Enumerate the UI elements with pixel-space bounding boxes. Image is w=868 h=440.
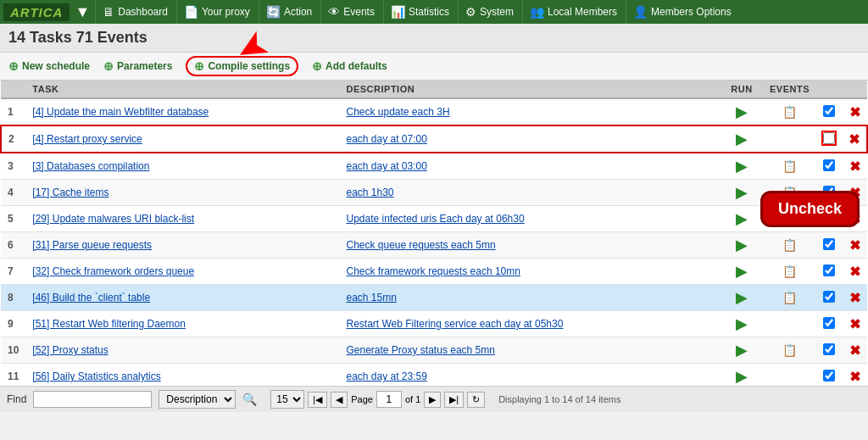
row-task[interactable]: [4] Restart proxy service: [25, 125, 339, 153]
row-checkbox[interactable]: [823, 212, 835, 224]
log-icon[interactable]: 📋: [782, 238, 797, 252]
nav-local-members[interactable]: 👥 Local Members: [522, 0, 624, 24]
prev-page-button[interactable]: ◀: [331, 392, 348, 408]
row-task[interactable]: [29] Update malwares URI black-list: [25, 206, 339, 232]
run-button[interactable]: ▶: [736, 237, 748, 253]
row-description[interactable]: Check queue requests each 5mn: [339, 232, 721, 259]
row-checkbox-cell[interactable]: [816, 364, 842, 387]
run-button[interactable]: ▶: [736, 184, 748, 201]
row-checkbox[interactable]: [823, 132, 835, 144]
row-delete-cell[interactable]: ✖: [842, 311, 867, 337]
next-page-button[interactable]: ▶: [424, 392, 441, 408]
row-run[interactable]: ▶: [721, 153, 763, 180]
delete-icon[interactable]: ✖: [849, 317, 860, 331]
row-checkbox[interactable]: [823, 370, 835, 382]
delete-icon[interactable]: ✖: [849, 159, 860, 174]
row-delete-cell[interactable]: ✖: [842, 364, 867, 387]
compile-settings-button[interactable]: ⊕ Compile settings: [186, 56, 298, 76]
row-checkbox-cell[interactable]: [816, 259, 842, 285]
row-delete-cell[interactable]: ✖: [842, 285, 867, 311]
row-task[interactable]: [31] Parse queue requests: [25, 232, 339, 259]
row-events[interactable]: 📋: [763, 153, 816, 180]
delete-icon[interactable]: ✖: [849, 291, 860, 305]
row-events[interactable]: 📋: [763, 180, 816, 206]
nav-your-proxy[interactable]: 📄 Your proxy: [176, 0, 257, 24]
row-events[interactable]: 📋: [763, 259, 816, 285]
row-description[interactable]: Check update each 3H: [339, 98, 721, 125]
row-run[interactable]: ▶: [721, 206, 763, 232]
row-run[interactable]: ▶: [721, 259, 763, 285]
nav-members-options[interactable]: 👤 Members Options: [626, 0, 738, 24]
filter-select[interactable]: Description Task: [159, 390, 236, 409]
row-run[interactable]: ▶: [721, 311, 763, 337]
nav-events[interactable]: 👁 Events: [320, 0, 381, 24]
log-icon[interactable]: 📋: [782, 291, 797, 304]
row-checkbox-cell[interactable]: [816, 232, 842, 259]
row-run[interactable]: ▶: [721, 285, 763, 311]
log-icon[interactable]: 📋: [782, 265, 797, 278]
log-icon[interactable]: 📋: [782, 105, 797, 119]
row-checkbox-cell[interactable]: [816, 153, 842, 180]
row-description[interactable]: Check framework requests each 10mn: [339, 259, 721, 285]
row-events[interactable]: 📋: [763, 206, 816, 232]
delete-icon[interactable]: ✖: [849, 265, 860, 279]
row-checkbox[interactable]: [823, 291, 835, 303]
refresh-button[interactable]: ↻: [467, 392, 485, 408]
row-delete-cell[interactable]: ✖: [842, 232, 867, 259]
first-page-button[interactable]: |◀: [308, 392, 327, 408]
row-checkbox-cell[interactable]: [816, 337, 842, 364]
row-description[interactable]: Restart Web Filtering service each day a…: [339, 311, 721, 337]
log-icon[interactable]: 📋: [782, 343, 797, 357]
row-run[interactable]: ▶: [721, 98, 763, 125]
row-checkbox[interactable]: [823, 317, 835, 329]
row-events[interactable]: 📋: [763, 337, 816, 364]
add-defaults-button[interactable]: ⊕ Add defaults: [312, 59, 387, 73]
row-run[interactable]: ▶: [721, 180, 763, 206]
log-icon[interactable]: 📋: [782, 212, 797, 226]
row-delete-cell[interactable]: ✖: [842, 206, 867, 232]
row-checkbox[interactable]: [823, 265, 835, 276]
search-icon[interactable]: 🔍: [242, 393, 257, 406]
delete-icon[interactable]: ✖: [849, 105, 860, 120]
delete-icon[interactable]: ✖: [849, 186, 860, 200]
delete-icon[interactable]: ✖: [849, 343, 860, 358]
row-task[interactable]: [4] Update the main Webfilter database: [25, 98, 339, 125]
run-button[interactable]: ▶: [736, 131, 748, 148]
run-button[interactable]: ▶: [736, 289, 748, 306]
row-task[interactable]: [3] Databases compilation: [25, 153, 339, 180]
row-run[interactable]: ▶: [721, 232, 763, 259]
row-checkbox-cell[interactable]: [816, 125, 842, 153]
row-run[interactable]: ▶: [721, 364, 763, 387]
delete-icon[interactable]: ✖: [849, 238, 860, 253]
row-checkbox[interactable]: [823, 159, 835, 171]
row-checkbox-cell[interactable]: [816, 180, 842, 206]
run-button[interactable]: ▶: [736, 368, 748, 385]
run-button[interactable]: ▶: [736, 342, 748, 359]
run-button[interactable]: ▶: [736, 263, 748, 280]
row-checkbox[interactable]: [823, 186, 835, 198]
row-description[interactable]: each day at 07:00: [339, 125, 721, 153]
nav-system[interactable]: ⚙ System: [458, 0, 520, 24]
run-button[interactable]: ▶: [736, 158, 748, 175]
new-schedule-button[interactable]: ⊕ New schedule: [8, 59, 90, 73]
nav-dashboard[interactable]: 🖥 Dashboard: [95, 0, 175, 24]
run-button[interactable]: ▶: [736, 315, 748, 332]
row-delete-cell[interactable]: ✖: [842, 125, 867, 153]
row-description[interactable]: each day at 23:59: [339, 364, 721, 387]
last-page-button[interactable]: ▶|: [444, 392, 464, 408]
row-task[interactable]: [52] Proxy status: [25, 337, 339, 364]
row-checkbox[interactable]: [823, 238, 835, 250]
row-description[interactable]: Generate Proxy status each 5mn: [339, 337, 721, 364]
row-delete-cell[interactable]: ✖: [842, 180, 867, 206]
row-delete-cell[interactable]: ✖: [842, 337, 867, 364]
find-input[interactable]: [33, 391, 152, 408]
row-task[interactable]: [32] Check framework orders queue: [25, 259, 339, 285]
row-delete-cell[interactable]: ✖: [842, 259, 867, 285]
delete-icon[interactable]: ✖: [849, 212, 860, 226]
row-description[interactable]: each 15mn: [339, 285, 721, 311]
row-delete-cell[interactable]: ✖: [842, 153, 867, 180]
delete-icon[interactable]: ✖: [849, 132, 860, 147]
row-task[interactable]: [51] Restart Web filtering Daemon: [25, 311, 339, 337]
row-checkbox-cell[interactable]: [816, 311, 842, 337]
row-events[interactable]: 📋: [763, 98, 816, 125]
